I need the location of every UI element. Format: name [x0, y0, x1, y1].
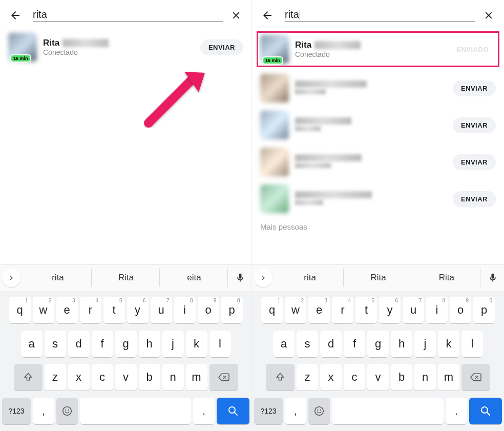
- key-g[interactable]: g: [115, 331, 137, 357]
- key-n[interactable]: n: [414, 364, 436, 391]
- key-v[interactable]: v: [367, 364, 389, 391]
- suggestion-item[interactable]: Rita: [93, 269, 160, 287]
- key-u[interactable]: u7: [403, 297, 424, 323]
- key-q[interactable]: q1: [261, 297, 283, 323]
- key-backspace[interactable]: [461, 364, 490, 391]
- clear-button[interactable]: [481, 8, 496, 23]
- back-button[interactable]: [260, 8, 275, 23]
- back-button[interactable]: [8, 8, 23, 23]
- key-period[interactable]: .: [193, 398, 215, 424]
- key-d[interactable]: d: [68, 331, 90, 357]
- suggestion-item[interactable]: eita: [161, 269, 228, 287]
- key-u[interactable]: u7: [151, 297, 172, 323]
- key-period[interactable]: .: [446, 398, 467, 424]
- key-emoji[interactable]: [308, 398, 330, 424]
- key-comma[interactable]: ,: [285, 398, 306, 424]
- key-k[interactable]: k: [186, 331, 207, 357]
- key-m[interactable]: m: [438, 364, 459, 391]
- key-q[interactable]: q1: [9, 297, 31, 323]
- send-button[interactable]: ENVIAR: [453, 80, 496, 96]
- key-t[interactable]: t5: [103, 297, 125, 323]
- send-button[interactable]: ENVIAR: [453, 191, 496, 207]
- key-o[interactable]: o9: [198, 297, 219, 323]
- suggestion-item[interactable]: rita: [277, 269, 344, 287]
- key-comma[interactable]: ,: [33, 398, 54, 424]
- key-w[interactable]: w2: [285, 297, 306, 323]
- key-y[interactable]: y6: [379, 297, 401, 323]
- key-z[interactable]: z: [297, 364, 318, 391]
- key-m[interactable]: m: [186, 364, 207, 391]
- key-s[interactable]: s: [45, 331, 66, 357]
- key-r[interactable]: r4: [332, 297, 353, 323]
- send-button[interactable]: ENVIAR: [453, 117, 496, 133]
- expand-suggestions-button[interactable]: [2, 269, 20, 287]
- key-x[interactable]: x: [320, 364, 342, 391]
- contact-row[interactable]: ENVIAR: [252, 180, 504, 217]
- results-area: 16 min Rita Conectado ENVIAR: [0, 29, 251, 264]
- send-button[interactable]: ENVIAR: [200, 39, 243, 55]
- key-z[interactable]: z: [45, 364, 66, 391]
- voice-input-button[interactable]: [484, 269, 502, 287]
- key-i[interactable]: i8: [174, 297, 196, 323]
- contact-row[interactable]: 16 min Rita Conectado ENVIADO: [256, 31, 500, 68]
- key-r[interactable]: r4: [80, 297, 101, 323]
- send-button[interactable]: ENVIAR: [453, 154, 496, 170]
- key-v[interactable]: v: [115, 364, 137, 391]
- key-shift[interactable]: [266, 364, 295, 391]
- contact-row[interactable]: ENVIAR: [252, 143, 504, 180]
- key-w[interactable]: w2: [33, 297, 54, 323]
- key-s[interactable]: s: [297, 331, 318, 357]
- key-e[interactable]: e3: [308, 297, 330, 323]
- key-n[interactable]: n: [162, 364, 184, 391]
- key-space[interactable]: [332, 398, 444, 424]
- key-h[interactable]: h: [391, 331, 412, 357]
- contact-row[interactable]: 16 min Rita Conectado ENVIAR: [0, 29, 251, 66]
- key-backspace[interactable]: [209, 364, 238, 391]
- key-a[interactable]: a: [21, 331, 43, 357]
- key-k[interactable]: k: [438, 331, 459, 357]
- voice-input-button[interactable]: [231, 269, 249, 287]
- suggestion-item[interactable]: rita: [25, 269, 92, 287]
- suggestion-item[interactable]: Rita: [345, 269, 412, 287]
- key-t[interactable]: t5: [355, 297, 377, 323]
- key-o[interactable]: o9: [450, 297, 471, 323]
- key-j[interactable]: j: [414, 331, 436, 357]
- key-c[interactable]: c: [92, 364, 113, 391]
- key-numbers[interactable]: ?123: [2, 398, 31, 424]
- key-e[interactable]: e3: [56, 297, 78, 323]
- search-input[interactable]: [33, 9, 223, 22]
- key-f[interactable]: f: [344, 331, 365, 357]
- contact-row[interactable]: ENVIAR: [252, 107, 504, 143]
- key-numbers[interactable]: ?123: [254, 398, 283, 424]
- key-p[interactable]: p0: [473, 297, 495, 323]
- key-j[interactable]: j: [162, 331, 184, 357]
- key-l[interactable]: l: [209, 331, 231, 357]
- contact-row[interactable]: ENVIAR: [252, 70, 504, 107]
- key-shift[interactable]: [14, 364, 43, 391]
- microphone-icon: [488, 273, 498, 283]
- key-p[interactable]: p0: [221, 297, 243, 323]
- key-space[interactable]: [80, 398, 191, 424]
- key-l[interactable]: l: [461, 331, 483, 357]
- key-c[interactable]: c: [344, 364, 365, 391]
- search-input[interactable]: rita: [285, 9, 299, 20]
- key-emoji[interactable]: [56, 398, 78, 424]
- key-y[interactable]: y6: [127, 297, 149, 323]
- key-i[interactable]: i8: [426, 297, 448, 323]
- more-people-label: Mais pessoas: [252, 217, 504, 236]
- svg-point-2: [68, 409, 69, 411]
- key-x[interactable]: x: [68, 364, 90, 391]
- key-b[interactable]: b: [139, 364, 160, 391]
- suggestion-item[interactable]: Rita: [413, 269, 480, 287]
- svg-point-3: [229, 407, 235, 413]
- key-a[interactable]: a: [273, 331, 295, 357]
- key-f[interactable]: f: [92, 331, 113, 357]
- key-search[interactable]: [469, 398, 502, 424]
- clear-button[interactable]: [229, 8, 243, 23]
- expand-suggestions-button[interactable]: [254, 269, 272, 287]
- key-h[interactable]: h: [139, 331, 160, 357]
- key-search[interactable]: [217, 398, 249, 424]
- key-g[interactable]: g: [367, 331, 389, 357]
- key-d[interactable]: d: [320, 331, 342, 357]
- key-b[interactable]: b: [391, 364, 412, 391]
